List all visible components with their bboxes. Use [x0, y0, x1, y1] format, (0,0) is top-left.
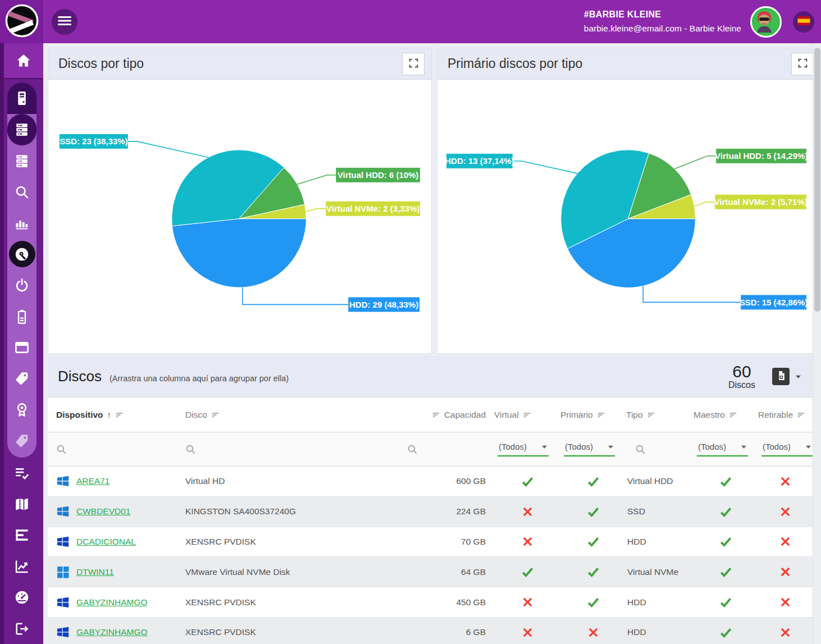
cross-icon	[522, 627, 533, 638]
export-dropdown-caret[interactable]	[795, 374, 801, 379]
sidebar-item-power[interactable]	[7, 270, 37, 301]
panel-header: Discos por tipo	[48, 48, 431, 80]
sidebar-item-gauge[interactable]	[7, 582, 37, 613]
grid-filter-row: (Todos)(Todos)(Todos)(Todos)	[48, 432, 813, 467]
column-header-capacidad[interactable]: Capacidad	[393, 410, 494, 420]
pie-slice-hdd[interactable]	[172, 219, 306, 287]
filter-cell-capacidad[interactable]	[393, 444, 494, 455]
column-header-virtual[interactable]: Virtual	[494, 410, 560, 420]
check-icon	[719, 596, 732, 609]
column-header-maestro[interactable]: Maestro	[694, 410, 758, 420]
fullscreen-button[interactable]	[402, 53, 425, 75]
device-link[interactable]: DCADICIONAL	[76, 537, 136, 547]
fullscreen-button[interactable]	[791, 53, 814, 75]
header-filter-icon[interactable]	[597, 410, 605, 419]
header-filter-icon[interactable]	[432, 410, 440, 419]
sidebar-item-checklist[interactable]	[7, 458, 37, 488]
cell-virtual	[494, 467, 560, 496]
cell-disco: XENSRC PVDISK	[180, 618, 393, 644]
column-header-dispositivo[interactable]: Dispositivo↑	[48, 410, 180, 420]
sidebar-item-tag[interactable]	[7, 426, 37, 456]
sidebar-item-award[interactable]	[7, 394, 37, 425]
cell-capacidad: 6 GB	[393, 618, 494, 644]
device-link[interactable]: AREA71	[76, 476, 110, 486]
filter-cell-tipo[interactable]	[626, 444, 694, 455]
power-icon	[14, 277, 30, 293]
column-header-retirable[interactable]: Retirable	[758, 410, 813, 420]
award-icon	[14, 402, 30, 418]
sidebar-item-hard-disk[interactable]	[7, 239, 37, 270]
cell-primario	[560, 497, 626, 527]
device-link[interactable]: DTWIN11	[76, 567, 114, 577]
org-name: #BARBIE KLEINE	[584, 8, 741, 22]
pie-label-connector	[306, 209, 326, 212]
cross-icon	[522, 596, 533, 608]
spain-flag-icon	[797, 16, 810, 27]
filter-select-value: (Todos)	[565, 442, 593, 451]
search-icon[interactable]	[185, 444, 196, 455]
sidebar-item-servers[interactable]	[7, 145, 37, 176]
sidebar-item-map[interactable]	[7, 488, 37, 519]
export-button[interactable]	[772, 368, 790, 385]
sort-asc-icon: ↑	[107, 410, 112, 419]
search-icon[interactable]	[56, 444, 67, 455]
filter-select[interactable]: (Todos)	[498, 442, 549, 456]
column-header-tipo[interactable]: Tipo	[626, 410, 694, 420]
header-filter-icon[interactable]	[523, 410, 531, 419]
filter-cell-disco[interactable]	[180, 444, 393, 455]
windows-11-icon	[56, 565, 70, 579]
header-filter-icon[interactable]	[797, 410, 805, 419]
sidebar-item-home[interactable]	[4, 43, 43, 78]
filter-select[interactable]: (Todos)	[697, 442, 748, 456]
app-logo[interactable]	[0, 0, 43, 43]
cell-capacidad: 70 GB	[393, 527, 494, 557]
cell-primario	[560, 557, 626, 587]
avatar[interactable]	[750, 6, 782, 38]
filter-select[interactable]: (Todos)	[564, 442, 615, 456]
filter-cell-dispositivo[interactable]	[48, 444, 180, 455]
filter-select[interactable]: (Todos)	[761, 442, 813, 456]
check-icon	[719, 565, 732, 578]
sidebar-item-search[interactable]	[7, 176, 37, 207]
search-icon[interactable]	[635, 444, 646, 455]
scrollbar-thumb[interactable]	[814, 48, 820, 312]
filter-cell-primario[interactable]: (Todos)	[560, 442, 626, 456]
sidebar-item-servers[interactable]	[7, 114, 37, 145]
bars-icon	[14, 527, 30, 543]
sidebar-item-battery[interactable]	[7, 301, 37, 332]
grid-body: AREA71Virtual HD600 GBVirtual HDDCWBDEVD…	[48, 467, 813, 644]
sidebar-item-bar-chart[interactable]	[7, 208, 37, 239]
header-filter-icon[interactable]	[115, 410, 124, 419]
sidebar-item-bars[interactable]	[7, 520, 37, 551]
table-row: AREA71Virtual HD600 GBVirtual HDD	[48, 467, 813, 497]
sidebar-group-equipment	[7, 83, 37, 114]
map-icon	[14, 496, 30, 512]
sidebar-item-window[interactable]	[7, 332, 37, 363]
scrollbar[interactable]	[813, 43, 821, 644]
column-header-disco[interactable]: Disco	[180, 410, 393, 420]
cell-retirable	[758, 527, 813, 557]
filter-cell-retirable[interactable]: (Todos)	[758, 442, 813, 456]
sidebar-item-tag[interactable]	[7, 363, 37, 394]
tag-icon	[14, 371, 30, 386]
header-filter-icon[interactable]	[211, 410, 220, 419]
device-link[interactable]: GABYZINHAMGO	[76, 597, 148, 608]
panel-title: Discos por tipo	[58, 56, 144, 71]
sidebar-item-tower-pc[interactable]	[7, 83, 37, 114]
device-link[interactable]: CWBDEVD01	[76, 506, 130, 517]
header-filter-icon[interactable]	[647, 410, 655, 419]
menu-button[interactable]	[52, 9, 77, 35]
language-flag-button[interactable]	[793, 11, 814, 33]
sidebar-item-line-chart[interactable]	[7, 551, 37, 582]
filter-cell-maestro[interactable]: (Todos)	[694, 442, 758, 456]
device-link[interactable]: GABYZINHAMGO	[76, 627, 148, 637]
sidebar-item-logout[interactable]	[7, 613, 37, 644]
column-header-primario[interactable]: Primario	[560, 410, 626, 420]
record-count-number: 60	[728, 363, 755, 381]
filter-cell-virtual[interactable]: (Todos)	[494, 442, 560, 456]
caret-down-icon	[608, 445, 614, 449]
search-icon[interactable]	[407, 444, 418, 455]
pie-label-connector	[643, 286, 741, 302]
column-label: Maestro	[694, 410, 725, 420]
header-filter-icon[interactable]	[729, 410, 737, 419]
